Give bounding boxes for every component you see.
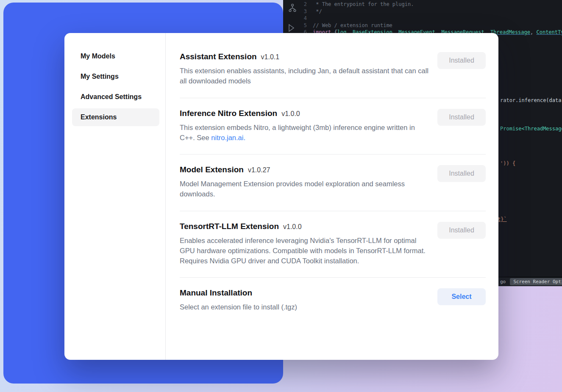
code-token: ContentType (536, 29, 562, 36)
line-number: 3 (283, 8, 313, 15)
installed-button[interactable]: Installed (437, 165, 486, 182)
manual-installation-row: Manual Installation Select an extension … (180, 278, 486, 323)
extension-version: v1.0.0 (283, 223, 302, 231)
extension-version: v1.0.0 (281, 110, 300, 118)
section-title: Manual Installation (180, 288, 252, 298)
extension-title: TensortRT-LLM Extension v1.0.0 (180, 222, 429, 231)
extension-name: Inference Nitro Extension (180, 109, 277, 118)
code-fragment: t}` (498, 216, 507, 222)
nitro-jan-ai-link[interactable]: nitro.jan.ai. (211, 134, 245, 141)
extension-title: Model Extension v1.0.27 (180, 165, 429, 174)
extensions-panel: Assistant Extension v1.0.1 This extensio… (166, 33, 498, 360)
code-token: , (530, 29, 536, 36)
code-fragment: rator.inference(data)); (500, 97, 562, 103)
extension-description: Model Management Extension provides mode… (180, 179, 429, 199)
sidebar-item-extensions[interactable]: Extensions (72, 108, 159, 126)
sidebar-item-my-settings[interactable]: My Settings (72, 68, 159, 86)
extension-row-model: Model Extension v1.0.27 Model Management… (180, 155, 486, 211)
extension-row-assistant: Assistant Extension v1.0.1 This extensio… (180, 41, 486, 98)
extension-description: Enables accelerated inference leveraging… (180, 235, 429, 266)
code-area: 2 * The entrypoint for the plugin. 3 */ … (283, 1, 562, 36)
extension-title: Inference Nitro Extension v1.0.0 (180, 109, 429, 118)
manual-installation-title: Manual Installation (180, 288, 429, 298)
code-fragment: Promise<ThreadMessage> (500, 126, 562, 132)
extension-title: Assistant Extension v1.0.1 (180, 52, 429, 61)
status-text: go (500, 279, 506, 284)
installed-button[interactable]: Installed (437, 52, 486, 69)
select-file-button[interactable]: Select (437, 288, 486, 305)
code-text: * The entrypoint for the plugin. (313, 1, 414, 8)
extension-description: This extension embeds Nitro, a lightweig… (180, 122, 429, 143)
installed-button[interactable]: Installed (437, 109, 486, 126)
extension-row-tensorrt-llm: TensortRT-LLM Extension v1.0.0 Enables a… (180, 211, 486, 278)
code-text: // Web / extension runtime (313, 22, 392, 29)
settings-sidebar: My Models My Settings Advanced Settings … (64, 33, 166, 360)
settings-modal: My Models My Settings Advanced Settings … (64, 33, 498, 360)
extension-version: v1.0.1 (261, 53, 280, 61)
code-fragment: ')) { (500, 160, 515, 166)
code-text: */ (313, 8, 322, 15)
extension-version: v1.0.27 (248, 166, 270, 174)
code-line: 2 * The entrypoint for the plugin. (283, 1, 562, 8)
desktop-background: 2 * The entrypoint for the plugin. 3 */ … (0, 0, 562, 392)
extension-name: TensortRT-LLM Extension (180, 222, 279, 231)
line-number: 5 (283, 22, 313, 29)
sidebar-item-advanced-settings[interactable]: Advanced Settings (72, 88, 159, 106)
code-line: 3 */ (283, 8, 562, 15)
installed-button[interactable]: Installed (437, 222, 486, 239)
line-number: 2 (283, 1, 313, 8)
code-line: 5 // Web / extension runtime (283, 22, 562, 29)
screen-reader-badge[interactable]: Screen Reader Optimized (510, 278, 562, 285)
extension-name: Model Extension (180, 165, 244, 174)
sidebar-item-my-models[interactable]: My Models (72, 47, 159, 65)
extension-description: This extension enables assistants, inclu… (180, 66, 429, 86)
extension-row-inference-nitro: Inference Nitro Extension v1.0.0 This ex… (180, 98, 486, 155)
extension-name: Assistant Extension (180, 52, 257, 61)
manual-installation-description: Select an extension file to install (.tg… (180, 302, 429, 312)
code-line: 4 (283, 15, 562, 22)
line-number: 4 (283, 15, 313, 22)
